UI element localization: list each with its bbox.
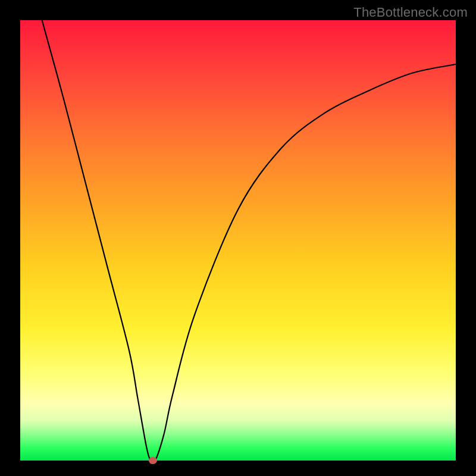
optimal-point-marker	[149, 457, 157, 464]
chart-frame: TheBottleneck.com	[0, 0, 476, 476]
plot-area	[20, 20, 456, 461]
bottleneck-curve	[20, 20, 456, 461]
watermark-text: TheBottleneck.com	[353, 5, 468, 20]
